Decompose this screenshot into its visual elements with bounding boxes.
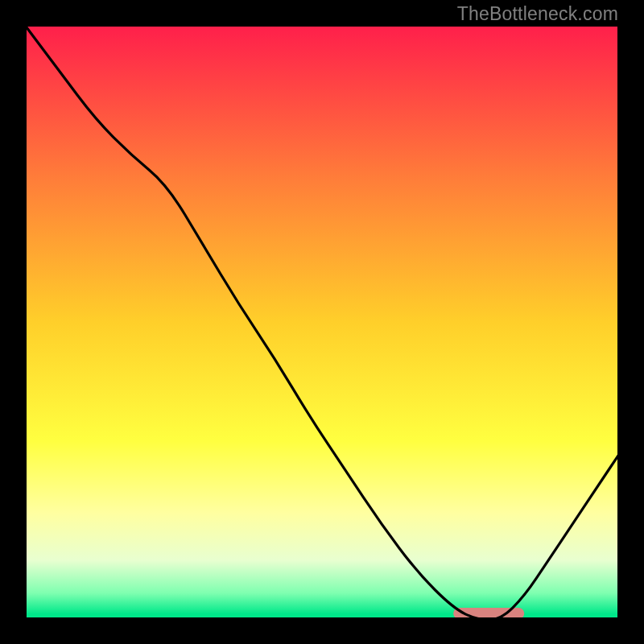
watermark-text: TheBottleneck.com xyxy=(457,3,618,25)
chart-frame xyxy=(24,24,620,620)
gradient-fill xyxy=(24,24,620,620)
bottleneck-chart xyxy=(24,24,620,620)
